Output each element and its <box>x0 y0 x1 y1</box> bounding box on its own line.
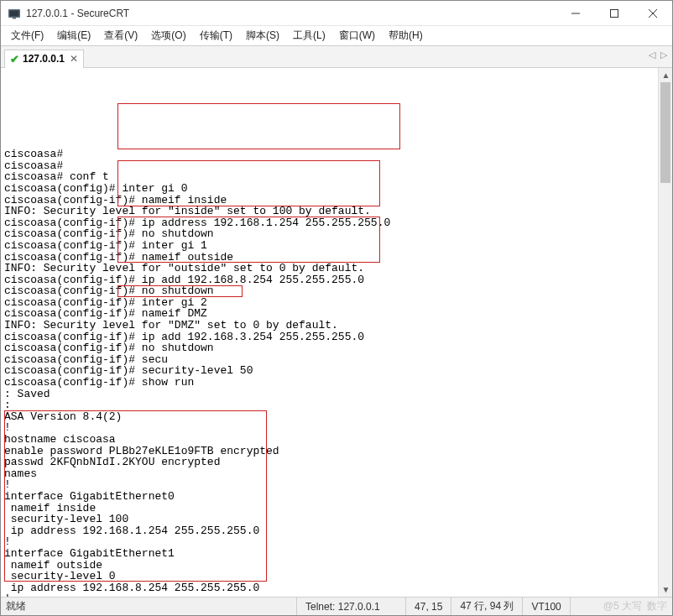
terminal-line: ! <box>4 593 655 597</box>
menubar: 文件(F) 编辑(E) 查看(V) 选项(O) 传输(T) 脚本(S) 工具(L… <box>1 26 672 46</box>
terminal-line: INFO: Security level for "DMZ" set to 0 … <box>4 320 655 331</box>
terminal-line: security-level 0 <box>4 571 655 582</box>
tabbar: ✔ 127.0.0.1 ✕ ◁ ▷ <box>1 46 672 68</box>
terminal-line: interface GigabitEthernet1 <box>4 548 655 560</box>
menu-script[interactable]: 脚本(S) <box>239 26 286 45</box>
terminal-line: ciscoasa(config-if)# no shutdown <box>4 342 655 354</box>
terminal-line: ciscoasa# <box>4 160 655 172</box>
terminal-line: INFO: Security level for "inside" set to… <box>4 206 655 217</box>
terminal-line: ciscoasa(config-if)# secu <box>4 354 655 366</box>
terminal-line: ciscoasa(config-if)# ip address 192.168.… <box>4 217 655 229</box>
scroll-down-icon[interactable]: ▼ <box>659 582 672 597</box>
tab-next-icon[interactable]: ▷ <box>660 50 667 60</box>
terminal-line: ciscoasa(config-if)# show run <box>4 377 655 389</box>
terminal-output[interactable]: ciscoasa#ciscoasa#ciscoasa# conf tciscoa… <box>1 68 658 597</box>
terminal-line: ciscoasa(config-if)# nameif outside <box>4 252 655 264</box>
terminal-line: INFO: Security level for "outside" set t… <box>4 263 655 274</box>
maximize-button[interactable] <box>595 1 634 26</box>
scroll-up-icon[interactable]: ▲ <box>659 68 672 82</box>
statusbar: 就绪 Telnet: 127.0.0.1 47, 15 47 行, 94 列 V… <box>1 597 672 615</box>
highlight-box-1 <box>117 103 400 149</box>
terminal-line: ciscoasa(config)# inter gi 0 <box>4 183 655 195</box>
terminal-line: nameif outside <box>4 560 655 572</box>
terminal-line: nameif inside <box>4 503 655 514</box>
status-cursor-pos: 47, 15 <box>405 598 451 615</box>
tab-label: 127.0.0.1 <box>23 53 65 65</box>
terminal-line: ciscoasa(config-if)# security-level 50 <box>4 365 655 377</box>
svg-rect-2 <box>13 18 16 19</box>
status-numlock: 数字 <box>647 598 672 615</box>
menu-view[interactable]: 查看(V) <box>97 26 144 45</box>
tab-close-icon[interactable]: ✕ <box>70 53 78 65</box>
terminal-line: ciscoasa(config-if)# no shutdown <box>4 228 655 240</box>
svg-rect-1 <box>10 10 19 16</box>
menu-tools[interactable]: 工具(L) <box>286 26 332 45</box>
terminal-line: ciscoasa# conf t <box>4 171 655 183</box>
terminal-line: hostname ciscoasa <box>4 434 655 446</box>
menu-transfer[interactable]: 传输(T) <box>193 26 239 45</box>
titlebar: 127.0.0.1 - SecureCRT <box>1 1 672 26</box>
scroll-track[interactable] <box>659 82 672 582</box>
status-caps <box>570 598 603 615</box>
terminal-line: ciscoasa(config-if)# nameif inside <box>4 195 655 206</box>
status-ready: 就绪 <box>6 599 26 613</box>
menu-options[interactable]: 选项(O) <box>144 26 192 45</box>
terminal-line: ciscoasa# <box>4 149 655 160</box>
terminal-line: ciscoasa(config-if)# ip add 192.168.3.25… <box>4 331 655 343</box>
tab-prev-icon[interactable]: ◁ <box>649 50 655 60</box>
session-tab[interactable]: ✔ 127.0.0.1 ✕ <box>4 50 84 68</box>
terminal-line: interface GigabitEthernet0 <box>4 491 655 503</box>
vertical-scrollbar[interactable]: ▲ ▼ <box>658 68 672 597</box>
scroll-thumb[interactable] <box>660 82 670 183</box>
terminal-line: ciscoasa(config-if)# inter gi 2 <box>4 297 655 309</box>
terminal-line: names <box>4 468 655 480</box>
window-title: 127.0.0.1 - SecureCRT <box>26 8 556 19</box>
status-emulation: VT100 <box>522 598 569 615</box>
terminal-line: ciscoasa(config-if)# nameif DMZ <box>4 308 655 320</box>
terminal-line: ciscoasa(config-if)# no shutdown <box>4 285 655 297</box>
terminal-line: passwd 2KFQnbNIdI.2KYOU encrypted <box>4 457 655 468</box>
status-dimensions: 47 行, 94 列 <box>451 598 522 615</box>
status-connection: Telnet: 127.0.0.1 <box>296 598 405 615</box>
svg-rect-4 <box>611 10 618 18</box>
terminal-line: ! <box>4 422 655 434</box>
terminal-line: ciscoasa(config-if)# inter gi 1 <box>4 240 655 252</box>
terminal-line: : Saved <box>4 389 655 400</box>
window-controls <box>556 1 672 25</box>
status-watermark: @5 大写 <box>603 599 647 613</box>
menu-window[interactable]: 窗口(W) <box>332 26 382 45</box>
terminal-line: ciscoasa(config-if)# ip add 192.168.8.25… <box>4 274 655 286</box>
menu-file[interactable]: 文件(F) <box>4 26 50 45</box>
terminal-line: ! <box>4 536 655 548</box>
terminal-line: ip address 192.168.8.254 255.255.255.0 <box>4 582 655 594</box>
terminal-line: : <box>4 399 655 411</box>
close-button[interactable] <box>634 1 672 26</box>
terminal-line: ip address 192.168.1.254 255.255.255.0 <box>4 525 655 537</box>
menu-help[interactable]: 帮助(H) <box>382 26 430 45</box>
menu-edit[interactable]: 编辑(E) <box>50 26 97 45</box>
check-icon: ✔ <box>10 53 19 65</box>
terminal-line: enable password PLBb27eKLE1o9FTB encrypt… <box>4 446 655 457</box>
terminal-line: security-level 100 <box>4 514 655 525</box>
terminal: ciscoasa#ciscoasa#ciscoasa# conf tciscoa… <box>1 68 672 597</box>
terminal-line: ASA Version 8.4(2) <box>4 411 655 423</box>
terminal-line: ! <box>4 479 655 491</box>
tab-nav: ◁ ▷ <box>649 50 667 60</box>
app-icon <box>8 7 21 20</box>
minimize-button[interactable] <box>556 1 595 26</box>
